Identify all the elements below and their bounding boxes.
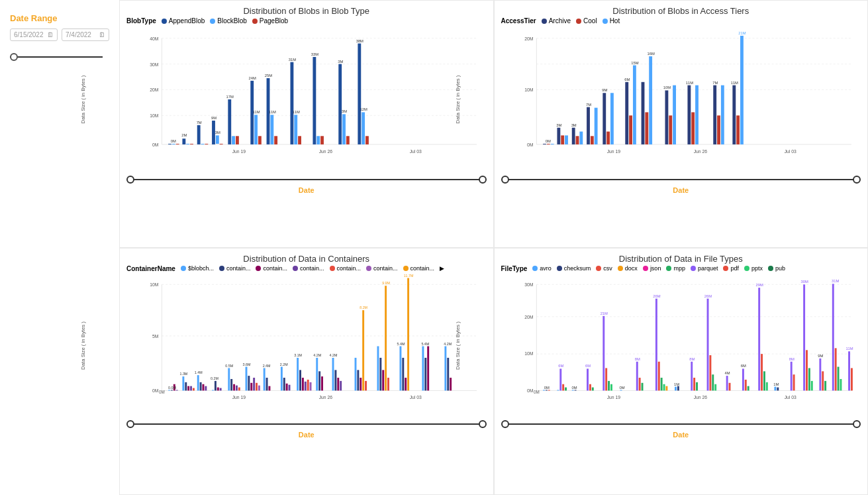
json-label: json [650, 265, 661, 272]
range-thumb-right-4[interactable] [853, 420, 861, 428]
svg-rect-90 [590, 136, 593, 144]
svg-rect-118 [732, 85, 736, 144]
svg-rect-283 [747, 386, 749, 390]
access-tiers-range-slider[interactable] [501, 174, 861, 185]
date-slider[interactable] [10, 50, 103, 64]
svg-rect-273 [706, 298, 708, 390]
svg-rect-278 [726, 376, 728, 390]
svg-rect-139 [182, 376, 184, 390]
svg-rect-140 [185, 382, 187, 390]
svg-text:Jun 19: Jun 19 [232, 149, 246, 154]
slider-thumb-left[interactable] [10, 53, 18, 61]
parquet-label: parquet [698, 265, 718, 272]
svg-rect-29 [220, 144, 223, 144]
svg-rect-196 [362, 310, 364, 390]
svg-rect-134 [168, 390, 170, 390]
svg-text:3M: 3M [215, 131, 220, 135]
range-thumb-left[interactable] [126, 176, 134, 184]
svg-rect-116 [720, 85, 724, 144]
start-date-input[interactable]: 6/15/2022 🗓 [10, 28, 58, 41]
svg-rect-281 [742, 368, 744, 390]
svg-rect-137 [176, 390, 178, 390]
svg-rect-275 [712, 374, 714, 390]
svg-text:7M: 7M [197, 121, 202, 125]
archive-dot [542, 19, 547, 24]
svg-rect-194 [357, 370, 359, 390]
chart-file-types: Distribution of Data in File Types FileT… [494, 248, 869, 496]
svg-rect-28 [216, 135, 219, 144]
range-thumb-left-3[interactable] [126, 420, 134, 428]
svg-text:11M: 11M [269, 110, 276, 114]
svg-rect-62 [346, 136, 350, 144]
svg-text:40M: 40M [150, 36, 159, 41]
blockblob-label: BlockBlob [217, 17, 246, 25]
svg-rect-158 [236, 385, 238, 390]
svg-rect-212 [424, 357, 426, 390]
file-types-x-label: Date [501, 431, 861, 439]
svg-rect-155 [228, 368, 230, 390]
blobch-dot [181, 266, 186, 271]
containers-range-slider[interactable] [126, 419, 487, 429]
svg-text:1M: 1M [773, 382, 779, 386]
more-indicator[interactable]: ▶ [440, 265, 444, 272]
svg-rect-165 [256, 382, 258, 390]
avro-label: avro [540, 265, 552, 272]
end-date-value: 7/4/2022 [66, 31, 91, 38]
svg-text:38M: 38M [356, 39, 363, 43]
range-thumb-right-3[interactable] [479, 420, 487, 428]
end-date-input[interactable]: 7/4/2022 🗓 [62, 28, 109, 41]
svg-rect-61 [342, 114, 346, 144]
svg-rect-256 [636, 361, 638, 390]
svg-rect-252 [610, 384, 612, 390]
range-thumb-left-4[interactable] [501, 420, 509, 428]
svg-rect-86 [575, 136, 579, 144]
svg-rect-296 [803, 284, 805, 390]
svg-rect-271 [696, 382, 698, 390]
svg-rect-242 [571, 390, 573, 390]
svg-text:11M: 11M [685, 81, 693, 85]
svg-text:30M: 30M [150, 62, 159, 67]
svg-rect-19 [182, 138, 185, 144]
svg-text:10M: 10M [150, 113, 159, 118]
range-thumb-left-2[interactable] [501, 176, 509, 184]
svg-text:11.7M: 11.7M [404, 273, 414, 277]
svg-rect-282 [744, 379, 746, 390]
svg-rect-114 [713, 85, 716, 144]
file-types-chart-area: Data Size ( in Bytes ) 0M 10M 20M 30M Ju… [501, 274, 861, 417]
svg-rect-146 [200, 382, 202, 390]
svg-rect-258 [641, 382, 643, 390]
file-types-range-slider[interactable] [501, 419, 861, 429]
blob-type-range-slider[interactable] [126, 174, 487, 185]
svg-rect-217 [450, 378, 452, 390]
svg-text:Jun 19: Jun 19 [606, 149, 620, 154]
svg-text:0.2M: 0.2M [211, 376, 218, 380]
svg-text:3.6M: 3.6M [243, 362, 251, 366]
svg-rect-106 [665, 90, 668, 144]
svg-text:11M: 11M [293, 110, 300, 114]
svg-rect-119 [736, 115, 740, 144]
svg-rect-79 [550, 144, 554, 144]
svg-text:Jun 26: Jun 26 [693, 149, 707, 154]
svg-text:9M: 9M [818, 353, 823, 357]
contain4-label: contain... [337, 265, 362, 272]
svg-rect-285 [758, 288, 760, 390]
svg-rect-249 [603, 315, 604, 390]
svg-text:0M: 0M [527, 142, 534, 147]
svg-text:1M: 1M [673, 382, 679, 386]
svg-rect-135 [171, 390, 173, 390]
svg-rect-46 [290, 62, 293, 144]
svg-text:Data Size ( in Bytes ): Data Size ( in Bytes ) [80, 321, 86, 369]
svg-text:31M: 31M [832, 279, 839, 283]
csv-label: csv [603, 265, 612, 272]
pptx-label: pptx [751, 265, 763, 272]
svg-rect-207 [405, 378, 407, 390]
svg-text:1.4M: 1.4M [195, 370, 203, 374]
svg-rect-53 [320, 136, 324, 144]
range-thumb-right-2[interactable] [853, 176, 861, 184]
svg-rect-290 [774, 386, 776, 390]
svg-rect-301 [819, 358, 821, 390]
range-thumb-right[interactable] [479, 176, 487, 184]
svg-rect-151 [215, 380, 217, 390]
svg-rect-302 [822, 371, 824, 390]
svg-rect-55 [358, 44, 361, 144]
